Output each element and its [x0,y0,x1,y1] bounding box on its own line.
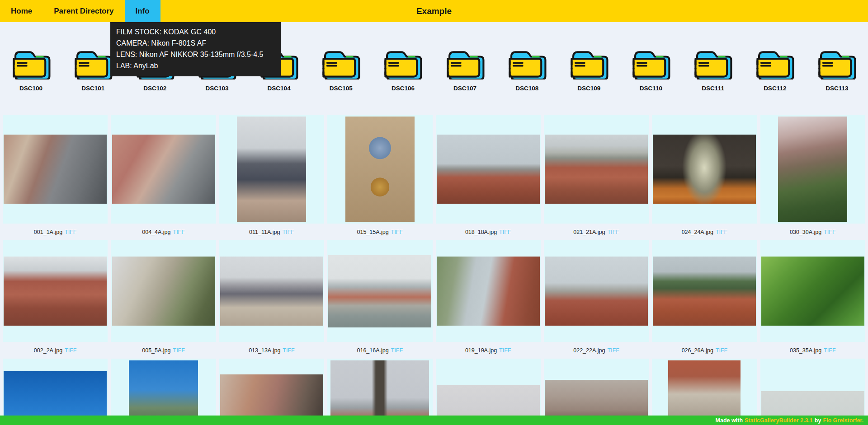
photo-thumbnail[interactable] [4,257,107,326]
photo-thumbnail[interactable] [545,257,648,326]
folder-icon [382,44,424,79]
folder-icon [506,44,548,79]
folder-item[interactable]: DSC110 [620,44,682,92]
footer-bar: Made with StaticGalleryBuilder 2.3.1 by … [0,416,868,425]
footer-by-text: by [815,417,821,424]
photo-caption: 011_11A.jpg TIFF [219,224,324,240]
photo-thumbnail[interactable] [112,257,215,326]
gallery-cell: 035_35A.jpg TIFF [760,240,865,359]
tiff-link[interactable]: TIFF [716,347,727,354]
tiff-link[interactable]: TIFF [824,347,835,354]
tiff-link[interactable]: TIFF [499,229,511,235]
folder-icon [568,44,610,79]
photo-thumbnail[interactable] [328,255,431,327]
folder-item[interactable]: DSC108 [496,44,558,92]
photo-thumbnail[interactable] [220,257,323,326]
photo-caption: 016_16A.jpg TIFF [327,342,432,359]
tooltip-line-film-stock: FILM STOCK: KODAK GC 400 [116,26,275,37]
tooltip-line-lab: LAB: AnyLab [116,60,275,71]
photo-box [111,359,216,425]
photo-box [219,359,324,425]
photo-thumbnail[interactable] [345,117,415,222]
photo-box [544,115,649,224]
photo-thumbnail[interactable] [437,257,540,326]
photo-thumbnail[interactable] [4,135,107,204]
photo-thumbnail[interactable] [778,117,847,222]
photo-filename: 001_1A.jpg [34,229,62,235]
photo-thumbnail[interactable] [653,135,756,204]
photo-thumbnail[interactable] [653,257,756,326]
photo-caption: 015_15A.jpg TIFF [327,224,432,240]
tiff-link[interactable]: TIFF [283,347,294,354]
folder-icon [692,44,734,79]
photo-thumbnail[interactable] [112,135,215,204]
photo-thumbnail[interactable] [437,135,540,204]
folder-item[interactable]: DSC111 [682,44,744,92]
photo-thumbnail[interactable] [761,257,864,326]
photo-thumbnail[interactable] [545,135,648,204]
tiff-link[interactable]: TIFF [607,229,619,235]
folder-label: DSC105 [330,85,353,92]
tiff-link[interactable]: TIFF [391,229,403,235]
photo-box [327,240,432,342]
nav-item-info[interactable]: Info [125,0,160,22]
folder-label: DSC112 [764,85,786,92]
photo-caption: 002_2A.jpg TIFF [3,342,108,359]
folder-item[interactable]: DSC112 [744,44,806,92]
tiff-link[interactable]: TIFF [65,229,76,235]
gallery-cell: 019_19A.jpg TIFF [436,240,541,359]
photo-box [652,359,757,425]
photo-box [544,240,649,342]
folder-label: DSC104 [268,85,291,92]
footer-author-link[interactable]: Flo Greistorfer. [823,417,863,424]
nav-item-home[interactable]: Home [0,0,43,22]
photo-filename: 011_11A.jpg [249,229,280,235]
folder-item[interactable]: DSC113 [806,44,868,92]
photo-box [652,240,757,342]
footer-builder-link[interactable]: StaticGalleryBuilder 2.3.1 [745,417,813,424]
photo-caption: 013_13A.jpg TIFF [219,342,324,359]
gallery-row-1: 001_1A.jpg TIFF 004_4A.jpg TIFF 011_11A.… [3,115,865,240]
folder-label: DSC102 [143,85,166,92]
tiff-link[interactable]: TIFF [65,347,76,354]
gallery-cell: 001_1A.jpg TIFF [3,115,108,240]
folder-item[interactable]: DSC107 [434,44,496,92]
folder-item[interactable]: DSC109 [558,44,620,92]
gallery-cell [760,359,865,425]
folder-item[interactable]: DSC106 [372,44,434,92]
photo-caption: 019_19A.jpg TIFF [436,342,541,359]
gallery-cell: 013_13A.jpg TIFF [219,240,324,359]
photo-caption: 026_26A.jpg TIFF [652,342,757,359]
folder-label: DSC107 [453,85,476,92]
gallery-cell [219,359,324,425]
tooltip-line-camera: CAMERA: Nikon F-801S AF [116,37,275,49]
folder-label: DSC106 [392,85,415,92]
tiff-link[interactable]: TIFF [173,229,185,235]
photo-caption: 021_21A.jpg TIFF [544,224,649,240]
gallery-cell [327,359,432,425]
tiff-link[interactable]: TIFF [391,347,403,354]
nav-item-parent-directory[interactable]: Parent Directory [43,0,124,22]
photo-box [219,115,324,224]
photo-box [327,359,432,425]
gallery-cell: 021_21A.jpg TIFF [544,115,649,240]
tiff-link[interactable]: TIFF [824,229,835,235]
photo-filename: 002_2A.jpg [34,347,62,354]
photo-filename: 022_22A.jpg [573,347,605,354]
tiff-link[interactable]: TIFF [607,347,619,354]
page-title: Example [416,0,452,22]
photo-thumbnail[interactable] [237,117,306,222]
photo-caption: 005_5A.jpg TIFF [111,342,216,359]
gallery-row-3 [3,359,865,425]
folder-item[interactable]: DSC105 [310,44,372,92]
folder-item[interactable]: DSC100 [0,44,62,92]
photo-caption: 001_1A.jpg TIFF [3,224,108,240]
gallery-cell: 016_16A.jpg TIFF [327,240,432,359]
tiff-link[interactable]: TIFF [173,347,185,354]
tiff-link[interactable]: TIFF [499,347,511,354]
tiff-link[interactable]: TIFF [716,229,727,235]
photo-filename: 004_4A.jpg [142,229,170,235]
photo-filename: 018_18A.jpg [465,229,497,235]
tiff-link[interactable]: TIFF [282,229,294,235]
gallery-cell: 024_24A.jpg TIFF [652,115,757,240]
